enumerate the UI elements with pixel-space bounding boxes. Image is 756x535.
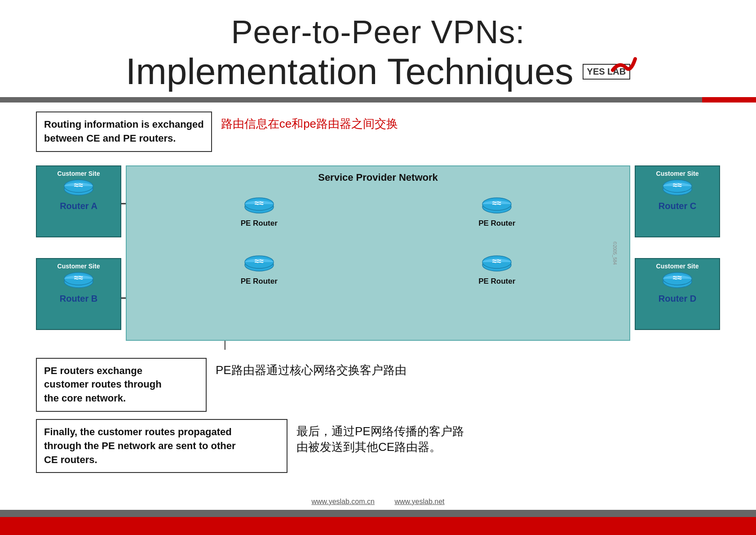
pe-router-icon-2: ≈≈ <box>481 197 513 217</box>
divider-gray <box>0 97 702 103</box>
info-box-row-3: Finally, the customer routes propagated … <box>36 419 720 473</box>
info-box-1: Routing information is exchanged between… <box>36 111 212 152</box>
router-c-name: Router C <box>659 201 696 211</box>
info-box-1-line2: between CE and PE routers. <box>44 133 176 144</box>
router-b-name: Router B <box>60 294 97 304</box>
pe-router-icon-1: ≈≈ <box>243 197 275 217</box>
customer-site-d-label: Customer Site <box>656 263 699 270</box>
footer-link-2[interactable]: www.yeslab.net <box>394 498 444 505</box>
left-customer-sites: Customer Site ≈≈ Router A Customer Site … <box>36 165 121 330</box>
pe-router-1: ≈≈ PE Router <box>163 197 356 228</box>
title-area: Peer-to-Peer VPNs: Implementation Techni… <box>0 0 756 97</box>
info-box-3-annotation: 最后，通过PE网络传播的客户路由被发送到其他CE路由器。 <box>287 419 473 459</box>
router-icon-b: ≈≈ <box>63 272 94 292</box>
customer-site-d: Customer Site ≈≈ Router D <box>635 258 720 330</box>
info-box-1-line1: Routing information is exchanged <box>44 119 204 130</box>
main-content: Routing information is exchanged between… <box>0 111 756 473</box>
checkmark-icon <box>610 57 637 79</box>
customer-site-c-label: Customer Site <box>656 170 699 177</box>
pe-router-1-label: PE Router <box>241 219 278 228</box>
footer-link-1[interactable]: www.yeslab.com.cn <box>311 498 375 505</box>
customer-site-b: Customer Site ≈≈ Router B <box>36 258 121 330</box>
svg-text:≈≈: ≈≈ <box>492 199 501 208</box>
router-icon-a: ≈≈ <box>63 179 94 199</box>
info-box-2-annotation: PE路由器通过核心网络交换客户路由 <box>207 358 416 383</box>
svg-text:≈≈: ≈≈ <box>74 181 83 190</box>
info-box-row-1: Routing information is exchanged between… <box>36 111 720 152</box>
pe-router-4: ≈≈ PE Router <box>401 255 594 286</box>
info-box-1-annotation: 路由信息在ce和pe路由器之间交换 <box>212 111 407 136</box>
divider-red <box>702 97 756 103</box>
router-icon-c: ≈≈ <box>662 179 693 199</box>
pe-router-2-label: PE Router <box>478 219 515 228</box>
footer: www.yeslab.com.cn www.yeslab.net <box>0 493 756 510</box>
bottom-bar-red <box>0 517 756 535</box>
router-d-name: Router D <box>659 294 696 304</box>
yeslab-badge: YES LAB <box>583 64 631 80</box>
bottom-bar-gray <box>0 510 756 517</box>
pe-grid: ≈≈ PE Router ≈≈ PE Router <box>136 192 620 290</box>
pe-router-2: ≈≈ PE Router <box>401 197 594 228</box>
svg-text:≈≈: ≈≈ <box>492 257 501 266</box>
network-diagram: Customer Site ≈≈ Router A Customer Site … <box>36 161 720 350</box>
title-line1: Peer-to-Peer VPNs: <box>18 13 738 50</box>
pe-router-4-label: PE Router <box>478 277 515 286</box>
router-icon-d: ≈≈ <box>662 272 693 292</box>
pe-router-3-label: PE Router <box>241 277 278 286</box>
sp-title: Service Provider Network <box>136 172 620 183</box>
pe-router-icon-3: ≈≈ <box>243 255 275 275</box>
customer-site-c: Customer Site ≈≈ Router C <box>635 165 720 237</box>
right-customer-sites: Customer Site ≈≈ Router C Customer Site … <box>635 165 720 330</box>
title-line2: Implementation Techniques YES LAB <box>18 50 738 93</box>
sp-network-box: Service Provider Network ≈≈ PE Router <box>126 165 630 341</box>
info-box-row-2: PE routers exchange customer routes thro… <box>36 358 720 412</box>
info-box-3: Finally, the customer routes propagated … <box>36 419 287 473</box>
svg-text:≈≈: ≈≈ <box>673 273 682 282</box>
customer-site-b-label: Customer Site <box>57 263 100 270</box>
svg-text:≈≈: ≈≈ <box>74 273 83 282</box>
svg-text:≈≈: ≈≈ <box>255 199 264 208</box>
title-divider <box>0 97 756 103</box>
title-line2-text: Implementation Techniques <box>126 50 574 93</box>
pe-router-3: ≈≈ PE Router <box>163 255 356 286</box>
customer-site-a: Customer Site ≈≈ Router A <box>36 165 121 237</box>
router-a-name: Router A <box>60 201 97 211</box>
watermark: ©2005_584 <box>613 241 618 265</box>
svg-text:≈≈: ≈≈ <box>673 181 682 190</box>
svg-text:≈≈: ≈≈ <box>255 257 264 266</box>
pe-router-icon-4: ≈≈ <box>481 255 513 275</box>
customer-site-a-label: Customer Site <box>57 170 100 177</box>
info-box-2: PE routers exchange customer routes thro… <box>36 358 207 412</box>
